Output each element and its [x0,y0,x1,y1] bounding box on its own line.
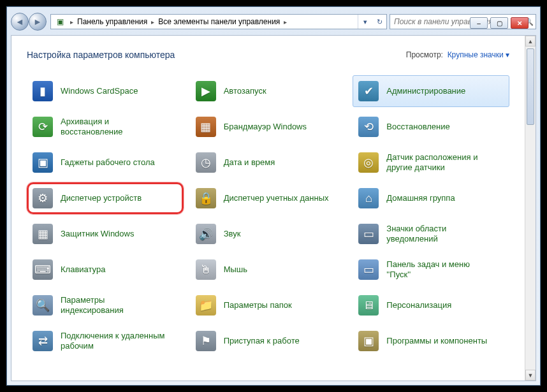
device-manager-icon: ⚙ [31,187,54,210]
item-label: Архивация и восстановление [61,117,169,136]
control-panel-item-programs[interactable]: ▣Программы и компоненты [353,325,509,357]
control-panel-item-cardspace[interactable]: ▮Windows CardSpace [27,75,184,107]
item-label: Защитник Windows [61,229,134,239]
refresh-button[interactable]: ↻ [372,15,386,29]
control-panel-item-sensors[interactable]: ◎Датчик расположения и другие датчики [353,147,509,178]
control-panel-item-remote[interactable]: ⇄Подключения к удаленным рабочим [27,325,184,357]
personalize-icon: 🖥 [357,294,380,317]
control-panel-item-taskbar[interactable]: ▭Панель задач и меню ''Пуск'' [353,254,509,286]
chevron-right-icon: ▸ [282,18,288,25]
items-grid: ▮Windows CardSpace▶Автозапуск✔Администри… [27,75,509,357]
control-panel-item-device-manager[interactable]: ⚙Диспетчер устройств [27,182,184,214]
control-panel-item-personalize[interactable]: 🖥Персонализация [353,289,509,321]
admin-tools-icon: ✔ [357,80,380,103]
keyboard-icon: ⌨ [31,258,54,281]
scroll-up-button[interactable]: ▲ [525,36,536,47]
minimize-button[interactable]: – [470,17,488,29]
breadcrumb: Панель управления▸Все элементы панели уп… [75,17,358,26]
item-label: Датчик расположения и другие датчики [386,152,495,172]
homegroup-icon: ⌂ [357,187,380,210]
control-panel-item-firewall[interactable]: ▦Брандмауэр Windows [190,111,347,143]
window-control-buttons: – ▢ ✕ [470,17,529,29]
scrollbar[interactable]: ▲ ▼ [525,36,536,381]
control-panel-item-getting-started[interactable]: ⚑Приступая к работе [190,325,347,357]
control-panel-item-date-time[interactable]: ◷Дата и время [190,147,347,178]
control-panel-item-recovery[interactable]: ⟲Восстановление [353,111,509,143]
control-panel-item-notification[interactable]: ▭Значки области уведомлений [353,218,509,250]
view-by-label: Просмотр: [406,50,443,59]
folder-opts-icon: 📁 [194,294,217,317]
control-panel-item-credential-mgr[interactable]: 🔒Диспетчер учетных данных [190,182,347,214]
close-button[interactable]: ✕ [511,17,529,29]
control-panel-item-keyboard[interactable]: ⌨Клавиатура [27,254,184,286]
recovery-icon: ⟲ [357,115,380,138]
item-label: Значки области уведомлений [386,224,495,243]
back-button[interactable]: ◄ [11,13,29,31]
breadcrumb-segment[interactable]: Панель управления [75,17,150,26]
control-panel-item-autoplay[interactable]: ▶Автозапуск [190,75,347,107]
cardspace-icon: ▮ [31,80,54,103]
defender-icon: ▦ [31,222,54,245]
item-label: Дата и время [224,157,275,168]
item-label: Гаджеты рабочего стола [61,157,155,168]
control-panel-item-indexing[interactable]: 🔍Параметры индексирования [27,289,184,321]
navigation-bar: ◄ ► ▣ ▸ Панель управления▸Все элементы п… [11,11,536,33]
view-by-dropdown[interactable]: Крупные значки ▾ [448,50,509,59]
item-label: Брандмауэр Windows [224,122,307,132]
control-panel-item-gadgets[interactable]: ▣Гаджеты рабочего стола [27,147,184,178]
firewall-icon: ▦ [194,115,217,138]
view-by: Просмотр: Крупные значки ▾ [406,50,509,59]
notification-icon: ▭ [357,222,380,245]
date-time-icon: ◷ [194,151,217,174]
sensors-icon: ◎ [357,151,380,174]
control-panel-item-mouse[interactable]: 🖱Мышь [190,254,347,286]
control-panel-item-admin-tools[interactable]: ✔Администрирование [353,75,509,107]
indexing-icon: 🔍 [31,294,54,317]
control-panel-item-backup[interactable]: ⟳Архивация и восстановление [27,111,184,143]
page-title: Настройка параметров компьютера [27,50,175,60]
sound-icon: 🔊 [194,222,217,245]
control-panel-item-folder-opts[interactable]: 📁Параметры папок [190,289,347,321]
address-bar[interactable]: ▣ ▸ Панель управления▸Все элементы панел… [50,14,387,29]
gadgets-icon: ▣ [31,151,54,174]
control-panel-item-defender[interactable]: ▦Защитник Windows [27,218,184,250]
breadcrumb-segment[interactable]: Все элементы панели управления [156,17,282,26]
item-label: Клавиатура [61,265,105,275]
forward-button[interactable]: ► [29,13,47,31]
scroll-thumb[interactable] [527,48,534,125]
programs-icon: ▣ [357,330,380,352]
item-label: Подключения к удаленным рабочим [61,331,169,351]
autoplay-icon: ▶ [194,80,217,103]
item-label: Параметры папок [224,300,292,310]
taskbar-icon: ▭ [357,258,380,281]
item-label: Персонализация [386,300,451,310]
credential-mgr-icon: 🔒 [194,187,217,210]
maximize-button[interactable]: ▢ [490,17,508,29]
control-panel-item-sound[interactable]: 🔊Звук [190,218,347,250]
item-label: Параметры индексирования [61,295,169,315]
item-label: Windows CardSpace [61,86,138,96]
item-label: Панель задач и меню ''Пуск'' [386,259,495,279]
item-label: Автозапуск [224,86,266,96]
scroll-down-button[interactable]: ▼ [525,370,536,381]
control-panel-item-homegroup[interactable]: ⌂Домашняя группа [353,182,509,214]
chevron-right-icon: ▸ [69,18,75,25]
mouse-icon: 🖱 [194,258,217,281]
item-label: Мышь [224,265,247,275]
item-label: Диспетчер устройств [61,193,142,203]
content-pane: Настройка параметров компьютера Просмотр… [11,35,536,381]
chevron-right-icon: ▸ [150,18,156,25]
remote-icon: ⇄ [31,330,54,352]
control-panel-icon: ▣ [54,15,66,28]
item-label: Восстановление [386,122,449,132]
dropdown-button[interactable]: ▾ [358,15,372,29]
scroll-area: Настройка параметров компьютера Просмотр… [11,36,525,381]
item-label: Диспетчер учетных данных [224,193,329,203]
item-label: Администрирование [386,86,465,96]
item-label: Приступая к работе [224,336,300,346]
item-label: Программы и компоненты [386,336,487,346]
item-label: Домашняя группа [386,193,455,203]
item-label: Звук [224,229,241,239]
getting-started-icon: ⚑ [194,330,217,352]
control-panel-window: – ▢ ✕ ◄ ► ▣ ▸ Панель управления▸Все элем… [6,6,541,386]
